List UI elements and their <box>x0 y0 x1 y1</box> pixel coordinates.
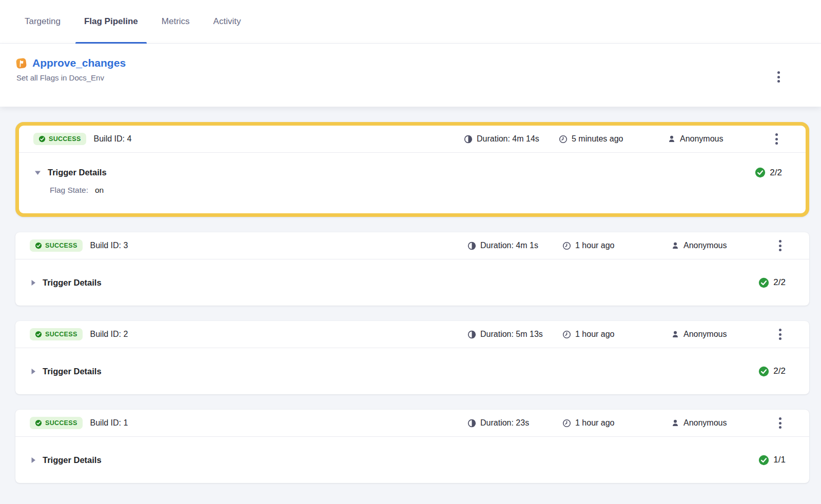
status-badge: SUCCESS <box>30 328 83 340</box>
trigger-details-label: Trigger Details <box>43 367 102 376</box>
steps-count: 2/2 <box>773 277 786 288</box>
check-circle-icon <box>755 167 766 178</box>
pie-timer-icon <box>467 330 476 339</box>
kebab-menu-icon[interactable] <box>775 237 786 254</box>
build-id: Build ID: 1 <box>90 418 128 428</box>
flag-icon <box>15 57 27 69</box>
build-card-header: SUCCESS Build ID: 2 Duration: 5m 13s 1 h… <box>15 321 809 348</box>
build-time-ago: 5 minutes ago <box>572 134 623 144</box>
build-user: Anonymous <box>683 330 727 339</box>
build-card-header: SUCCESS Build ID: 1 Duration: 23s 1 hour… <box>15 410 809 437</box>
steps-status: 1/1 <box>758 455 786 466</box>
kebab-menu-icon[interactable] <box>775 414 786 432</box>
trigger-details-label: Trigger Details <box>43 278 102 288</box>
build-time-ago: 1 hour ago <box>575 418 615 428</box>
build-user: Anonymous <box>683 418 727 428</box>
tab-activity[interactable]: Activity <box>213 0 241 43</box>
pie-timer-icon <box>467 419 476 428</box>
build-card-header: SUCCESS Build ID: 3 Duration: 4m 1s 1 ho… <box>15 232 809 259</box>
status-label: SUCCESS <box>45 419 77 427</box>
build-card: SUCCESS Build ID: 4 Duration: 4m 14s 5 m… <box>15 122 809 217</box>
build-card: SUCCESS Build ID: 2 Duration: 5m 13s 1 h… <box>15 321 809 394</box>
trigger-details-label: Trigger Details <box>43 455 102 465</box>
person-icon <box>671 241 679 250</box>
check-circle-icon <box>758 455 769 466</box>
steps-status: 2/2 <box>758 277 786 288</box>
steps-status: 2/2 <box>758 366 786 377</box>
clock-icon <box>559 135 568 144</box>
build-time-ago: 1 hour ago <box>575 330 615 339</box>
build-id: Build ID: 3 <box>90 241 128 250</box>
status-badge: SUCCESS <box>33 133 86 145</box>
person-icon <box>671 419 679 427</box>
tab-bar: Targeting Flag Pipeline Metrics Activity <box>0 0 821 44</box>
caret-right-icon <box>31 279 36 286</box>
trigger-details-toggle[interactable]: Trigger Details <box>31 278 102 288</box>
status-label: SUCCESS <box>45 242 77 249</box>
build-duration: Duration: 4m 14s <box>477 134 539 144</box>
flag-state-label: Flag State: <box>50 186 88 195</box>
build-duration: Duration: 5m 13s <box>480 330 543 339</box>
build-card-body: Trigger Details 1/1 <box>15 437 809 483</box>
build-card-header: SUCCESS Build ID: 4 Duration: 4m 14s 5 m… <box>19 126 806 153</box>
kebab-menu-icon[interactable] <box>775 326 786 343</box>
build-card-body: Trigger Details 2/2 <box>15 259 809 306</box>
build-meta: Duration: 4m 14s 5 minutes ago Anonymous <box>464 134 765 144</box>
clock-icon <box>562 241 571 250</box>
build-list: SUCCESS Build ID: 4 Duration: 4m 14s 5 m… <box>0 107 821 483</box>
check-circle-icon <box>758 277 769 288</box>
clock-icon <box>562 330 571 339</box>
steps-count: 2/2 <box>770 168 782 178</box>
build-time-ago: 1 hour ago <box>575 241 615 250</box>
caret-right-icon <box>31 457 36 463</box>
status-label: SUCCESS <box>45 331 77 338</box>
kebab-menu-icon[interactable] <box>773 68 784 86</box>
build-card-body: Trigger Details 2/2 <box>15 348 809 394</box>
trigger-details-toggle[interactable]: Trigger Details <box>31 455 102 465</box>
caret-right-icon <box>31 368 36 375</box>
flag-state-row: Flag State: on <box>34 186 782 195</box>
check-circle-icon <box>35 331 42 338</box>
build-duration: Duration: 23s <box>480 418 529 428</box>
status-badge: SUCCESS <box>30 417 83 429</box>
build-meta: Duration: 5m 13s 1 hour ago Anonymous <box>467 330 769 339</box>
caret-down-icon <box>34 170 41 175</box>
build-meta: Duration: 4m 1s 1 hour ago Anonymous <box>467 241 769 250</box>
pie-timer-icon <box>464 135 473 144</box>
kebab-menu-icon[interactable] <box>771 130 782 148</box>
person-icon <box>668 135 676 143</box>
build-duration: Duration: 4m 1s <box>480 241 538 250</box>
tab-targeting[interactable]: Targeting <box>25 0 61 43</box>
build-card: SUCCESS Build ID: 3 Duration: 4m 1s 1 ho… <box>15 232 809 306</box>
check-circle-icon <box>38 135 46 143</box>
trigger-details-label: Trigger Details <box>48 168 107 177</box>
build-id: Build ID: 2 <box>90 330 128 339</box>
build-meta: Duration: 23s 1 hour ago Anonymous <box>467 418 769 428</box>
page-title[interactable]: Approve_changes <box>32 57 126 69</box>
pipeline-header: Approve_changes Set all Flags in Docs_En… <box>0 44 821 107</box>
tab-flag-pipeline[interactable]: Flag Pipeline <box>84 0 138 43</box>
build-id: Build ID: 4 <box>94 134 132 144</box>
steps-count: 2/2 <box>773 366 786 376</box>
page-subtitle: Set all Flags in Docs_Env <box>16 73 803 82</box>
check-circle-icon <box>35 242 42 249</box>
status-badge: SUCCESS <box>30 239 83 252</box>
build-user: Anonymous <box>683 241 727 250</box>
flag-state-value: on <box>95 186 104 195</box>
build-card-body: Trigger Details 2/2 Flag State: on <box>19 153 806 213</box>
status-label: SUCCESS <box>49 135 81 143</box>
steps-count: 1/1 <box>773 455 786 465</box>
build-user: Anonymous <box>680 134 724 144</box>
build-card: SUCCESS Build ID: 1 Duration: 23s 1 hour… <box>15 410 809 483</box>
pie-timer-icon <box>467 241 476 250</box>
trigger-details-toggle[interactable]: Trigger Details <box>34 168 107 177</box>
check-circle-icon <box>35 419 42 427</box>
clock-icon <box>562 419 571 428</box>
person-icon <box>671 330 679 338</box>
check-circle-icon <box>758 366 769 377</box>
trigger-details-toggle[interactable]: Trigger Details <box>31 367 102 376</box>
tab-metrics[interactable]: Metrics <box>162 0 190 43</box>
steps-status: 2/2 <box>755 167 782 178</box>
